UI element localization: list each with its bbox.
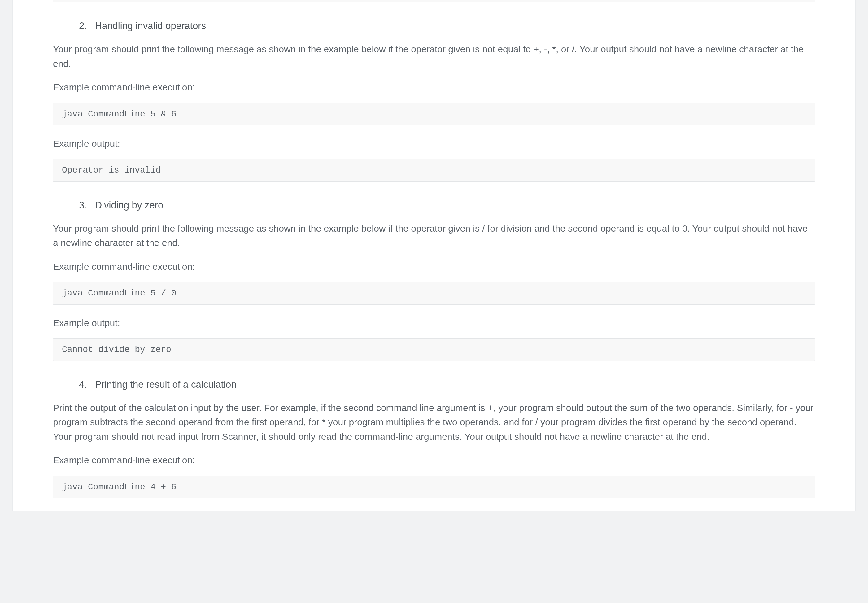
section-2-description: Your program should print the following …: [53, 42, 815, 71]
description-text: Your program should print the following …: [53, 44, 804, 69]
example-output-code: Operator is invalid: [53, 159, 815, 181]
section-heading-3: 3. Dividing by zero: [79, 198, 815, 213]
section-number: 3.: [79, 200, 87, 210]
description-text: Your program should print the following …: [53, 223, 808, 248]
section-number: 2.: [79, 20, 87, 31]
example-cmd-code: java CommandLine 5 / 0: [53, 282, 815, 305]
previous-code-block-bottom: [53, 0, 815, 3]
example-cmd-label: Example command-line execution:: [53, 80, 815, 95]
example-cmd-code: java CommandLine 4 + 6: [53, 476, 815, 498]
section-heading-2: 2. Handling invalid operators: [79, 19, 815, 34]
description-text: Print the output of the calculation inpu…: [53, 403, 814, 442]
section-4-description: Print the output of the calculation inpu…: [53, 401, 815, 444]
page-wrap: 2. Handling invalid operators Your progr…: [0, 0, 868, 511]
example-output-label: Example output:: [53, 316, 815, 331]
section-title: Printing the result of a calculation: [95, 379, 236, 390]
content-card: 2. Handling invalid operators Your progr…: [12, 0, 856, 511]
section-number: 4.: [79, 379, 87, 390]
example-output-code: Cannot divide by zero: [53, 338, 815, 361]
example-cmd-label: Example command-line execution:: [53, 260, 815, 274]
section-heading-4: 4. Printing the result of a calculation: [79, 377, 815, 392]
example-output-label: Example output:: [53, 136, 815, 151]
example-cmd-label: Example command-line execution:: [53, 453, 815, 468]
section-title: Dividing by zero: [95, 200, 164, 210]
section-3-description: Your program should print the following …: [53, 221, 815, 250]
section-title: Handling invalid operators: [95, 20, 206, 31]
example-cmd-code: java CommandLine 5 & 6: [53, 103, 815, 125]
